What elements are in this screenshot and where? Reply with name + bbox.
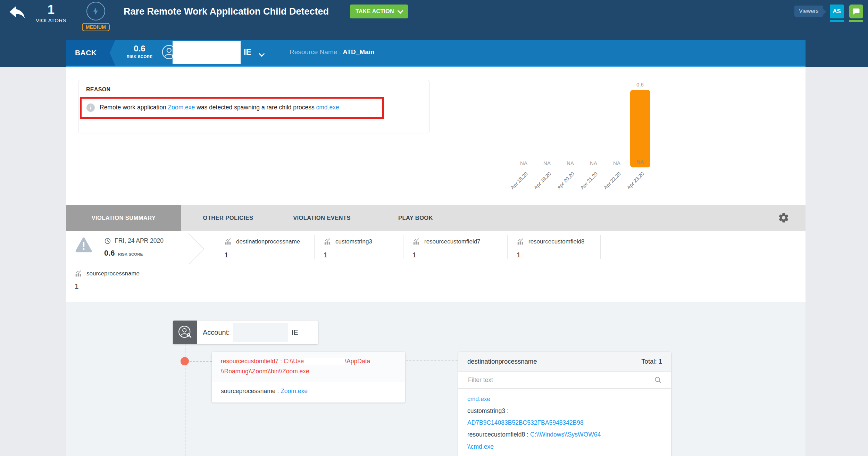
chart-axis-labels: Apr 18,20Apr 19,20Apr 20,20Apr 21,20Apr …	[512, 167, 679, 193]
metrics-row: destinationprocessname1customstring31res…	[215, 235, 601, 259]
flow-connector-horizontal	[190, 361, 212, 362]
reason-text-before: Remote work application	[100, 104, 168, 111]
source-process-card: resourcecustomfield7 : C:\\Use\AppData\\…	[212, 352, 405, 403]
violation-summary-section: FRI, 24 APR 2020 0.6 RISK SCORE destinat…	[66, 231, 806, 302]
customstring3-value-link[interactable]: AD7B9C14083B52BC532FBA5948342B98	[467, 417, 662, 429]
comment-button[interactable]	[849, 5, 863, 18]
metric-value: 1	[75, 282, 140, 290]
violation-date-block: FRI, 24 APR 2020 0.6 RISK SCORE	[104, 237, 164, 258]
date-block-arrow	[173, 233, 204, 264]
dest-card-title: destinationprocessname	[467, 358, 537, 365]
dest-card-total: Total: 1	[641, 358, 662, 365]
risk-score-block: 0.6 RISK SCORE	[119, 44, 160, 59]
bar-value-label: 0.6	[636, 82, 644, 88]
sourceprocessname-row: sourceprocessname : Zoom.exe	[212, 382, 405, 403]
bar-na-label: NA	[567, 160, 574, 166]
resource-name-value: ATD_Main	[343, 48, 374, 56]
gear-icon[interactable]	[778, 212, 790, 225]
bar-chart-icon	[75, 270, 82, 277]
metric-name: sourceprocessname	[86, 270, 140, 277]
info-icon: i	[86, 103, 95, 112]
chart-column: NA	[559, 160, 582, 167]
bar-chart-icon	[412, 238, 420, 246]
chart-plot-area: NANANANANA0.6NA	[512, 76, 679, 167]
metric-customstring3[interactable]: customstring31	[315, 235, 403, 259]
sourceprocessname-label: sourceprocessname :	[221, 388, 281, 395]
chart-column: NA	[605, 160, 628, 167]
bar-chart-icon	[224, 238, 232, 246]
sourceprocessname-link[interactable]: Zoom.exe	[281, 388, 308, 395]
reason-text-middle: was detected spawning a rare child proce…	[195, 104, 316, 111]
violation-date: FRI, 24 APR 2020	[115, 237, 164, 244]
tab-violation-events[interactable]: VIOLATION EVENTS	[275, 205, 369, 231]
metric-sourceprocessname[interactable]: sourceprocessname 1	[75, 270, 140, 290]
customstring3-label: customstring3	[467, 407, 505, 414]
metric-destinationprocessname[interactable]: destinationprocessname1	[215, 235, 315, 259]
chart-column: 0.6NA	[628, 82, 652, 167]
filter-input[interactable]	[467, 376, 635, 384]
summary-risk-label: RISK SCORE	[118, 252, 143, 256]
account-label: Account:	[203, 329, 230, 337]
dest-row-cmd: cmd.exe	[467, 393, 662, 405]
comment-button-strip	[849, 20, 863, 22]
tab-other-policies[interactable]: OTHER POLICIES	[181, 205, 275, 231]
metric-resourcecustomfield7[interactable]: resourcecustomfield71	[403, 235, 508, 259]
chart-column: NA	[582, 160, 605, 167]
resource-name-label: Resource Name :	[290, 48, 341, 56]
back-button[interactable]: BACK	[66, 40, 115, 66]
metric-resourcecustomfield8[interactable]: resourcecustomfield81	[508, 235, 601, 259]
chat-bubble-icon	[852, 7, 860, 16]
search-icon[interactable]	[654, 376, 662, 384]
bar-na-label: NA	[520, 160, 527, 166]
detail-panel: REASON i Remote work application Zoom.ex…	[66, 67, 806, 205]
resourcecustomfield8-value-line2[interactable]: \\cmd.exe	[467, 441, 662, 453]
resourcecustomfield8-value-link[interactable]: C:\\Windows\\SysWOW64	[530, 431, 601, 438]
lightning-icon	[86, 2, 105, 20]
bar-na-label: NA	[590, 160, 597, 166]
metric-name: customstring3	[335, 238, 372, 245]
bar-na-label: NA	[613, 160, 620, 166]
severity-block: MEDIUM	[79, 2, 112, 31]
flow-node-dot	[181, 357, 189, 365]
risk-score-value: 0.6	[119, 44, 160, 53]
account-card[interactable]: Account: IE	[173, 321, 318, 344]
summary-risk-value: 0.6	[104, 249, 115, 258]
viewer-avatar-strip	[830, 20, 844, 22]
subheader-divider	[276, 40, 276, 66]
resourcecustomfield7-prefix: resourcecustomfield7 : C:\\Use	[221, 358, 304, 365]
page-title: Rare Remote Work Application Child Detec…	[124, 6, 329, 17]
take-action-label: TAKE ACTION	[356, 8, 394, 15]
dest-row-resourcecustomfield8: resourcecustomfield8 : C:\\Windows\\SysW…	[467, 429, 662, 452]
resourcecustomfield8-label: resourcecustomfield8 :	[467, 431, 528, 438]
reason-link-source-process[interactable]: Zoom.exe	[168, 104, 195, 111]
back-arrow-icon[interactable]	[7, 4, 26, 24]
bar-na-label: NA	[543, 160, 551, 166]
violators-count-block: 1 VIOLATORS	[32, 3, 70, 23]
chart-axis-label: Apr 22,20	[605, 167, 628, 193]
risk-score-bar[interactable]: NA	[630, 90, 650, 167]
chart-axis-label: Apr 23,20	[628, 167, 652, 193]
violator-name-suffix[interactable]: IE	[244, 48, 251, 57]
redacted-violator-name	[173, 41, 241, 64]
warning-triangle-icon	[75, 237, 93, 255]
risk-score-label: RISK SCORE	[119, 55, 160, 59]
destinationprocessname-link[interactable]: cmd.exe	[467, 396, 490, 403]
viewers-tooltip: Viewers	[794, 6, 823, 17]
take-action-button[interactable]: TAKE ACTION	[350, 5, 408, 18]
resourcecustomfield7-line2: \\Roaming\\Zoom\\bin\\Zoom.exe	[221, 366, 396, 376]
tab-play-book[interactable]: PLAY BOOK	[369, 205, 462, 231]
metric-value: 1	[517, 251, 591, 259]
violator-dropdown-chevron-icon[interactable]	[260, 51, 264, 57]
chart-column: NA	[535, 160, 559, 167]
chart-axis-label: Apr 18,20	[512, 167, 535, 193]
chart-column: NA	[512, 160, 535, 167]
tab-violation-summary[interactable]: VIOLATION SUMMARY	[66, 205, 181, 231]
violators-count: 1	[32, 3, 70, 17]
chart-axis-label: Apr 21,20	[582, 167, 605, 193]
account-name-suffix: IE	[292, 329, 298, 337]
bar-na-label: NA	[630, 159, 650, 165]
bar-chart-icon	[324, 238, 331, 246]
reason-link-child-process[interactable]: cmd.exe	[316, 104, 339, 111]
account-key-icon	[173, 321, 197, 344]
viewer-avatar[interactable]: AS	[830, 5, 844, 18]
